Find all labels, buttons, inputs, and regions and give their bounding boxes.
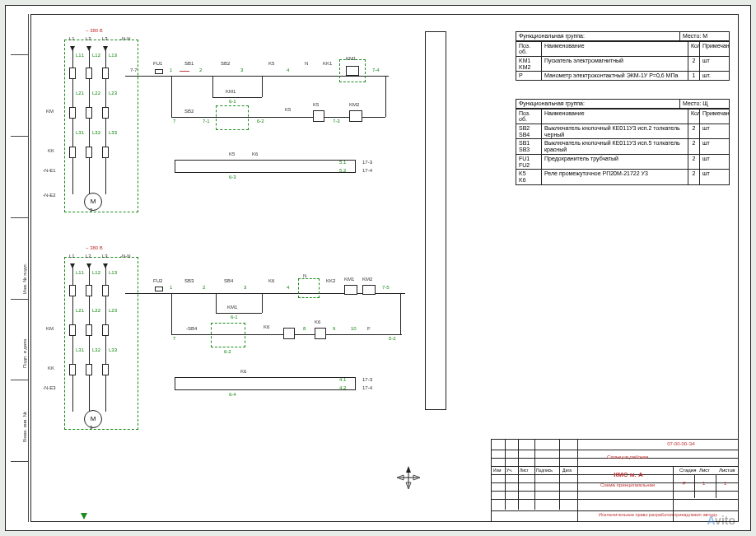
coil-km1-b (344, 285, 357, 295)
fuse-fu2 (155, 287, 163, 291)
table-row: SB1 SB3 Выключатель кнопочный КЕ011У3 ис… (516, 138, 729, 153)
col-kol: Кол (688, 42, 699, 56)
table-row: P Манометр электроконтактный ЭКМ-1У Р=0,… (516, 71, 729, 80)
coil-k6 (315, 328, 326, 339)
spec-table-1: Функциональная группа: Место: М Поз. об.… (516, 31, 730, 81)
coil-km2 (349, 110, 362, 122)
center-divider (425, 31, 446, 410)
km-label: KM (46, 109, 54, 114)
col-pos: Поз. об. (516, 42, 541, 56)
table-row: KM1 KM2 Пускатель электромагнитный 2 шт (516, 56, 729, 71)
margin-label: Взам. инв. № (22, 412, 27, 442)
contactor-km1 (69, 107, 76, 119)
power-dashbox-top (64, 40, 138, 212)
doc-number: 07-00-00-Э4 (632, 441, 730, 446)
spec-table-2: Функциональная группа: Место: Щ Поз. об.… (516, 99, 730, 185)
table-row: SB2 SB4 Выключатель кнопочный КЕ011У3 ис… (516, 124, 729, 138)
sb4-box (211, 323, 245, 347)
left-margin-ruler: Взам. инв. № Подп. и дата Инв. № подл. (11, 14, 29, 522)
terminal-strip-top (175, 160, 356, 173)
sb2-box (216, 105, 249, 130)
schematic-top: ~ 380 В L1 L2 L3 -N-N L11 L12 L13 L21 L2… (64, 28, 418, 234)
col-prim: Примечание (699, 42, 729, 56)
green-arrow-icon (81, 513, 87, 520)
table-row: K5 K6 Реле промежуточное РП20М-21722 У3 … (516, 169, 729, 184)
relay-kk (69, 147, 76, 158)
voltage-label: ~ 380 В (86, 28, 103, 33)
table-title: Функциональная группа: (516, 32, 679, 40)
drawing-frame: ~ 380 В L1 L2 L3 -N-N L11 L12 L13 L21 L2… (30, 14, 739, 522)
title-block: 07-00-00-Э4 Станция рабочая КМС м. А Схе… (491, 439, 738, 521)
table-row: FU1 FU2 Предохранитель трубчатый 2 шт (516, 154, 729, 169)
drawing-sheet: Взам. инв. № Подп. и дата Инв. № подл. ~… (5, 5, 751, 531)
terminal-strip-bottom (175, 377, 356, 390)
table-title: Функциональная группа: (516, 100, 679, 108)
watermark: AAvitovito (707, 514, 735, 527)
svg-marker-2 (406, 466, 411, 473)
coil-km2-b (362, 285, 376, 295)
schematic-bottom: ~ 380 В L1 L2 L3 -N-N L11 L12 L13 L21 L2… (64, 245, 418, 451)
power-dashbox-bottom (64, 257, 138, 430)
fuse-fu1 (155, 69, 163, 74)
margin-label: Подп. и дата (22, 339, 27, 368)
margin-label: Инв. № подл. (22, 263, 27, 294)
project-title: КМС м. А (587, 471, 670, 478)
col-name: Наименование (541, 42, 688, 56)
north-arrow-icon (397, 466, 420, 489)
